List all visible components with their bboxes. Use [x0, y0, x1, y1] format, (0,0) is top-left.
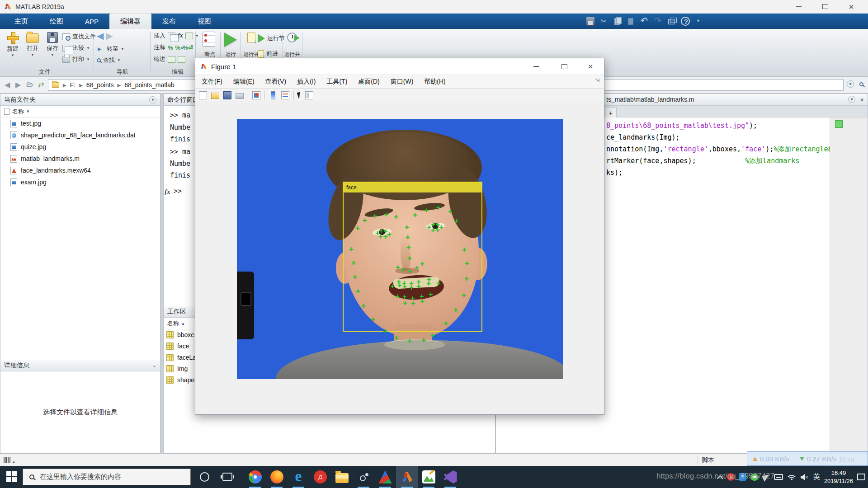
task-view-icon[interactable]: [222, 473, 232, 481]
indent-right-icon[interactable]: [178, 56, 185, 63]
figure-title-bar[interactable]: Figure 1: [195, 58, 604, 75]
code-analyzer-indicator[interactable]: [835, 120, 843, 128]
uncomment-icon[interactable]: %: [175, 44, 181, 51]
cortana-icon[interactable]: [200, 472, 209, 482]
file-item[interactable]: shape_predictor_68_face_landmarks.dat: [0, 129, 160, 141]
tab-编辑器[interactable]: 编辑器: [109, 14, 151, 29]
figure-menu-查[interactable]: 查看(V): [265, 78, 287, 86]
advance-button[interactable]: 前进: [258, 49, 278, 59]
minimize-icon[interactable]: [788, 0, 810, 13]
property-editor-icon[interactable]: [305, 91, 313, 99]
print-icon[interactable]: [236, 93, 244, 99]
open-button[interactable]: 打开▼: [23, 32, 42, 57]
save-icon[interactable]: [223, 91, 231, 99]
path-dropdown-icon[interactable]: ▼: [847, 80, 854, 88]
copy-icon[interactable]: [613, 17, 622, 26]
tab-发布[interactable]: 发布: [151, 14, 187, 29]
open-icon[interactable]: [211, 93, 219, 99]
taskbar-app-imageviewer[interactable]: [418, 466, 439, 488]
new-tab-button[interactable]: +: [605, 107, 617, 117]
taskbar-app-firefox[interactable]: [266, 466, 288, 488]
figure-menu-插[interactable]: 插入(I): [297, 78, 316, 86]
maximize-icon[interactable]: [814, 0, 836, 13]
start-button[interactable]: [6, 471, 17, 482]
name-column-header[interactable]: 名称 ▾: [0, 106, 160, 117]
save-button[interactable]: 保存▼: [42, 32, 62, 57]
wrap-comment-icon[interactable]: %⏎: [183, 44, 193, 51]
dropdown-icon[interactable]: [694, 17, 703, 26]
indent-row[interactable]: 缩进: [154, 54, 185, 64]
workspace-variable[interactable]: Img: [166, 363, 188, 374]
paste-icon[interactable]: [627, 17, 636, 26]
find-button[interactable]: 查找▼: [97, 55, 121, 65]
volume-muted-icon[interactable]: ×: [800, 474, 809, 481]
link-plot-icon[interactable]: [252, 91, 260, 99]
tab-主页[interactable]: 主页: [4, 14, 39, 29]
current-folder-header[interactable]: 当前文件夹 ▼: [0, 94, 160, 106]
status-busy-icon[interactable]: [4, 457, 15, 463]
action-center-icon[interactable]: [857, 474, 865, 480]
figure-maximize-icon[interactable]: [554, 58, 575, 75]
figure-menu-工[interactable]: 工具(T): [326, 78, 347, 86]
editor-close-icon[interactable]: ×: [860, 96, 864, 103]
crumb-drive[interactable]: F:: [70, 81, 75, 89]
figure-close-icon[interactable]: [580, 58, 601, 75]
cursor-icon[interactable]: [297, 92, 302, 99]
new-button[interactable]: 新建▼: [3, 32, 23, 57]
taskbar-app-edge[interactable]: e: [288, 466, 309, 488]
collapse-icon[interactable]: ⌄: [152, 362, 156, 368]
details-header[interactable]: 详细信息 ⌄: [0, 360, 160, 371]
compare-button[interactable]: 比较▼: [62, 43, 90, 53]
legend-icon[interactable]: [281, 91, 289, 99]
help-icon[interactable]: [681, 17, 690, 26]
smart-indent-icon[interactable]: [168, 56, 175, 63]
taskbar-app-chrome[interactable]: [244, 466, 266, 488]
breakpoints-button[interactable]: [199, 32, 219, 47]
file-item[interactable]: quize.jpg: [0, 141, 160, 153]
find-files-button[interactable]: 查找文件: [62, 32, 96, 42]
forward-icon[interactable]: ▶: [15, 80, 21, 89]
cut-icon[interactable]: [599, 17, 609, 26]
search-folder-icon[interactable]: [859, 82, 863, 86]
goto-button[interactable]: 转至▼: [97, 44, 124, 54]
back-button[interactable]: ◀ ▶: [97, 31, 113, 41]
editor-menu-icon[interactable]: ▼: [848, 96, 855, 103]
forward-icon[interactable]: ▶: [106, 31, 113, 40]
insert-row[interactable]: 插入 fx ▼: [154, 31, 199, 41]
figure-menu-桌[interactable]: 桌面(D): [358, 78, 379, 86]
window-icon[interactable]: [667, 17, 676, 26]
taskbar-app-steam[interactable]: [353, 466, 374, 488]
workspace-variable[interactable]: face: [166, 341, 189, 352]
new-figure-icon[interactable]: [199, 91, 207, 99]
figure-window[interactable]: Figure 1 文件(F)编辑(E)查看(V)插入(I)工具(T)桌面(D)窗…: [195, 58, 604, 415]
taskbar-search-input[interactable]: 在这里输入你要搜索的内容: [23, 469, 191, 485]
insert-block-icon[interactable]: [185, 33, 193, 39]
taskbar-app-vscode[interactable]: [439, 466, 461, 488]
ime-indicator[interactable]: 英: [813, 473, 820, 481]
dock-figure-icon[interactable]: ⇲: [595, 77, 599, 84]
close-icon[interactable]: [840, 0, 863, 13]
insert-section-icon[interactable]: [168, 33, 175, 39]
tab-APP[interactable]: APP: [74, 14, 109, 29]
tab-视图[interactable]: 视图: [187, 14, 222, 29]
undo-icon[interactable]: [640, 17, 649, 26]
file-item[interactable]: exam.jpg: [0, 176, 160, 188]
touch-keyboard-icon[interactable]: [774, 474, 783, 480]
folder-up-icon[interactable]: 🗁: [26, 80, 33, 89]
save-icon[interactable]: [586, 17, 595, 26]
crumb-folder1[interactable]: 68_points: [86, 81, 114, 89]
clock[interactable]: 16:49 2019/11/26: [824, 469, 853, 485]
taskbar-app-netease[interactable]: ♫: [309, 466, 331, 488]
panel-menu-icon[interactable]: ▼: [149, 96, 156, 103]
taskbar-app-folder[interactable]: [331, 466, 353, 488]
workspace-variable[interactable]: bboxe: [166, 329, 194, 340]
workspace-variable[interactable]: faceLa: [166, 352, 196, 363]
figure-minimize-icon[interactable]: [526, 58, 547, 75]
run-and-time-button[interactable]: [284, 33, 300, 42]
colorbar-icon[interactable]: [271, 91, 275, 99]
workspace-variable[interactable]: shapes: [166, 375, 198, 385]
browse-folder-icon[interactable]: ⇄: [38, 80, 44, 89]
network-speed-widget[interactable]: 0.00 KB/s 0.27 KB/s: [747, 451, 868, 466]
figure-menu-文[interactable]: 文件(F): [202, 78, 222, 86]
figure-menu-窗[interactable]: 窗口(W): [391, 78, 414, 86]
